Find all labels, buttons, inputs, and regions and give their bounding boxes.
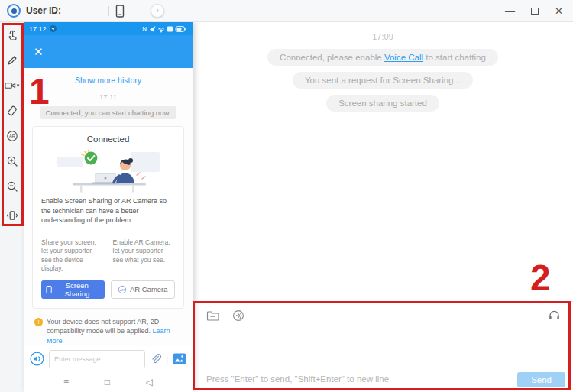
zoom-out-icon[interactable] bbox=[0, 173, 24, 199]
notification-icon: ◂ bbox=[50, 25, 57, 32]
phone-chat-header: ✕ bbox=[24, 35, 193, 68]
system-message-voice-call: Connected, please enable Voice Call to s… bbox=[267, 49, 498, 66]
message-composer: Press "Enter" to send, "Shift+Enter" to … bbox=[193, 301, 573, 392]
ar-camera-hint: Enable AR Camera, let your supporter see… bbox=[113, 238, 176, 274]
input-divider: | bbox=[166, 355, 168, 364]
phone-message-bar: | bbox=[24, 346, 193, 371]
system-message-request: You sent a request for Screen Sharing... bbox=[293, 72, 473, 89]
expand-chevron-icon[interactable]: › bbox=[151, 4, 164, 18]
system-message-started: Screen sharing started bbox=[326, 95, 439, 112]
zoom-in-icon[interactable] bbox=[0, 148, 24, 173]
chat-messages: 17:09 Connected, please enable Voice Cal… bbox=[193, 22, 573, 112]
chat-panel: 17:09 Connected, please enable Voice Cal… bbox=[193, 22, 573, 392]
close-icon[interactable]: ✕ bbox=[555, 6, 563, 16]
device-phone-icon bbox=[115, 5, 125, 18]
ar-icon: AR bbox=[118, 285, 127, 294]
title-bar: User ID: › — ✕ bbox=[0, 0, 573, 22]
attachment-icon[interactable] bbox=[150, 353, 161, 365]
screen-sharing-button[interactable]: Screen Sharing bbox=[41, 280, 105, 299]
gesture-control-icon[interactable] bbox=[0, 22, 24, 47]
card-title: Connected bbox=[41, 134, 175, 144]
app-logo bbox=[7, 4, 21, 18]
voice-call-link[interactable]: Voice Call bbox=[384, 53, 423, 62]
file-transfer-icon[interactable] bbox=[206, 310, 219, 321]
phone-chat-timestamp: 17:11 bbox=[24, 92, 193, 101]
phone-status-bar: 17:12 ◂ N bbox=[24, 22, 193, 35]
status-icons bbox=[149, 25, 187, 33]
draw-icon[interactable] bbox=[0, 47, 24, 73]
chat-timestamp: 17:09 bbox=[193, 32, 573, 41]
voice-call-icon[interactable] bbox=[232, 309, 244, 322]
nfc-status-letter: N bbox=[142, 25, 147, 32]
svg-text:AR: AR bbox=[120, 287, 125, 291]
phone-mirror-panel: 17:12 ◂ N ✕ Show more history 17:11 Conn… bbox=[24, 22, 193, 392]
home-button[interactable]: □ bbox=[105, 377, 110, 387]
maximize-icon[interactable] bbox=[531, 8, 539, 15]
image-icon[interactable] bbox=[173, 353, 186, 364]
svg-text:AR: AR bbox=[9, 134, 15, 138]
voice-message-icon[interactable] bbox=[30, 352, 44, 366]
rotate-screen-icon[interactable] bbox=[0, 98, 24, 123]
ar-icon[interactable]: AR bbox=[0, 123, 24, 148]
window-title: User ID: bbox=[26, 5, 61, 16]
phone-message-input[interactable] bbox=[49, 350, 145, 368]
headset-icon[interactable] bbox=[548, 309, 561, 322]
minimize-icon[interactable]: — bbox=[505, 6, 515, 16]
menu-button[interactable]: ≡ bbox=[63, 377, 69, 387]
screen-sharing-hint: Share your screen, let your supporter se… bbox=[41, 238, 104, 274]
phone-system-message: Connected, you can start chatting now. bbox=[40, 106, 177, 119]
chevron-down-icon: ▾ bbox=[17, 83, 20, 89]
phone-clock: 17:12 bbox=[29, 25, 47, 33]
message-input[interactable] bbox=[193, 325, 573, 371]
android-nav-bar: ≡ □ ◁ bbox=[24, 371, 193, 392]
phone-icon bbox=[46, 285, 52, 294]
back-button[interactable]: ◁ bbox=[146, 377, 153, 387]
support-illustration bbox=[51, 147, 166, 193]
vibrate-icon[interactable] bbox=[0, 202, 24, 228]
composer-toolbar bbox=[193, 302, 573, 322]
send-button[interactable]: Send bbox=[517, 372, 565, 387]
video-camera-icon[interactable]: ▾ bbox=[0, 73, 24, 98]
show-more-history-link[interactable]: Show more history bbox=[75, 76, 141, 85]
titlebar-divider bbox=[108, 6, 109, 16]
phone-chat-body: Show more history 17:11 Connected, you c… bbox=[24, 68, 193, 346]
card-description: Enable Screen Sharing or AR Camera so th… bbox=[41, 196, 175, 225]
connected-card: Connected Enable Screen Sha bbox=[32, 126, 184, 309]
ar-camera-button[interactable]: AR AR Camera bbox=[111, 280, 176, 299]
phone-close-icon[interactable]: ✕ bbox=[34, 46, 44, 57]
warning-icon: ! bbox=[34, 318, 43, 326]
ar-warning-note: ! Your device does not support AR, 2D co… bbox=[34, 317, 182, 346]
warning-text: Your device does not support AR, 2D comp… bbox=[47, 318, 159, 335]
control-toolbar: ▾ AR bbox=[0, 22, 24, 392]
composer-hint: Press "Enter" to send, "Shift+Enter" to … bbox=[206, 374, 389, 384]
